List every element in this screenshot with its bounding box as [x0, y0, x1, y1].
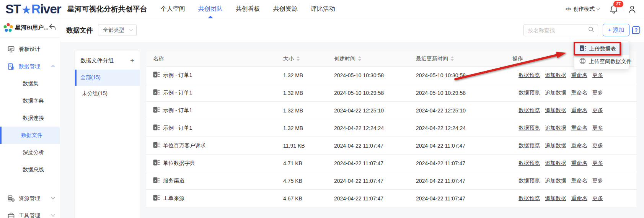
nav-cocreate-board[interactable]: 共创看板 — [229, 0, 267, 18]
table-row[interactable]: x 示例 - 订单1 1.32 MB 2024-05-10 10:30:58 2… — [146, 67, 636, 84]
sidebar-item-data-dictionary[interactable]: 数据字典 — [0, 92, 60, 109]
user-avatar-icon[interactable] — [628, 5, 636, 13]
file-name: 示例 - 订单1 — [163, 125, 192, 132]
action-more[interactable]: 更多 — [592, 195, 603, 202]
created-time: 2024-04-22 11:07:47 — [334, 160, 416, 166]
sidebar-item-resource-management[interactable]: 资源管理 — [0, 190, 60, 207]
platform-title: 星河可视化分析共创平台 — [67, 4, 147, 14]
action-data-preview[interactable]: 数据预览 — [518, 89, 540, 96]
action-append-data[interactable]: 追加数据 — [545, 89, 566, 96]
file-type-filter-select[interactable]: 全部类型 — [98, 24, 137, 36]
action-append-data[interactable]: 追加数据 — [545, 195, 566, 202]
column-header-size[interactable]: 大小 — [283, 55, 334, 62]
group-item-ungrouped[interactable]: 未分组(15) — [75, 86, 140, 102]
back-icon[interactable] — [49, 24, 56, 31]
excel-file-icon: x — [153, 72, 160, 79]
nav-cocreate-team[interactable]: 共创团队 — [192, 0, 229, 18]
groups-panel-title: 数据文件分组 — [80, 57, 130, 64]
action-append-data[interactable]: 追加数据 — [545, 125, 566, 132]
sort-icon[interactable] — [451, 56, 454, 61]
excel-file-icon: x — [153, 142, 160, 149]
action-more[interactable]: 更多 — [592, 89, 603, 96]
action-data-preview[interactable]: 数据预览 — [518, 195, 540, 202]
file-name: 服务渠道 — [163, 177, 184, 184]
action-data-preview[interactable]: 数据预览 — [518, 107, 540, 114]
file-size: 1.32 MB — [283, 90, 334, 96]
excel-table-icon: x — [579, 45, 586, 52]
sort-icon[interactable] — [358, 56, 361, 61]
data-files-table: 名称 大小 创建时间 最近更新时间 操作 — [146, 51, 636, 207]
table-row[interactable]: x 单位数据字典 4.71 KB 2024-04-22 11:07:47 202… — [146, 155, 636, 172]
action-append-data[interactable]: 追加数据 — [545, 107, 566, 114]
action-rename[interactable]: 重命名 — [571, 177, 587, 184]
action-data-preview[interactable]: 数据预览 — [518, 160, 540, 167]
sidebar-item-dataset[interactable]: 数据集 — [0, 75, 60, 92]
sidebar-item-tool-management[interactable]: 工具管理 — [0, 207, 60, 218]
action-rename[interactable]: 重命名 — [571, 89, 587, 96]
action-more[interactable]: 更多 — [592, 125, 603, 132]
tool-management-icon — [8, 212, 15, 218]
action-data-preview[interactable]: 数据预览 — [518, 177, 540, 184]
creation-mode-switch[interactable]: </> 创作模式 — [566, 6, 600, 13]
table-row[interactable]: x 示例 - 订单1 1.32 MB 2024-04-22 12:24:24 2… — [146, 119, 636, 137]
logo-text-r: R — [31, 3, 40, 15]
table-row[interactable]: x 服务渠道 4.75 KB 2024-04-22 11:07:47 2024-… — [146, 172, 636, 190]
chevron-up-icon — [51, 65, 55, 69]
nav-cocreate-resource[interactable]: 共创资源 — [267, 0, 304, 18]
add-button[interactable]: + 添加 — [603, 24, 629, 36]
table-row[interactable]: x 工单来源 4.67 KB 2024-04-22 11:07:47 2024-… — [146, 190, 636, 207]
sidebar-item-data-file[interactable]: 数据文件 — [0, 127, 60, 144]
search-icon[interactable] — [588, 26, 594, 34]
action-append-data[interactable]: 追加数据 — [545, 72, 566, 79]
menu-item-upload-spatial-file[interactable]: 上传空间数据文件 — [574, 55, 629, 68]
sidebar-item-board-design[interactable]: 看板设计 — [0, 41, 60, 58]
created-time: 2024-05-10 10:29:58 — [334, 90, 416, 96]
svg-text:x: x — [154, 143, 156, 147]
table-row[interactable]: x 示例 - 订单1 1.32 MB 2024-05-10 10:29:58 2… — [146, 84, 636, 102]
top-navbar: ST★River 星河可视化分析共创平台 个人空间 共创团队 共创看板 共创资源… — [0, 0, 644, 18]
action-rename[interactable]: 重命名 — [571, 125, 587, 132]
column-header-updated[interactable]: 最近更新时间 — [416, 55, 512, 62]
nav-personal-space[interactable]: 个人空间 — [154, 0, 192, 18]
sidebar-item-data-bus[interactable]: 数据总线 — [0, 161, 60, 178]
sidebar-item-data-management[interactable]: 数据管理 — [0, 58, 60, 75]
nav-review-activity[interactable]: 评比活动 — [304, 0, 342, 18]
action-more[interactable]: 更多 — [592, 72, 603, 79]
group-item-all[interactable]: 全部(15) — [75, 70, 140, 86]
add-group-icon[interactable]: + — [130, 57, 134, 64]
action-rename[interactable]: 重命名 — [571, 142, 587, 149]
notification-bell-icon[interactable]: 27 — [610, 5, 618, 14]
table-row[interactable]: x 单位百万客户诉求 11.91 KB 2024-04-22 11:07:47 … — [146, 137, 636, 155]
action-data-preview[interactable]: 数据预览 — [518, 72, 540, 79]
action-more[interactable]: 更多 — [592, 177, 603, 184]
action-data-preview[interactable]: 数据预览 — [518, 142, 540, 149]
action-data-preview[interactable]: 数据预览 — [518, 125, 540, 132]
menu-item-upload-data-table[interactable]: x 上传数据表 — [574, 42, 629, 55]
updated-time: 2024-04-22 11:07:47 — [416, 178, 512, 184]
updated-time: 2024-05-10 10:29:58 — [416, 90, 512, 96]
action-rename[interactable]: 重命名 — [571, 160, 587, 167]
search-input[interactable] — [528, 27, 588, 33]
action-more[interactable]: 更多 — [592, 160, 603, 167]
action-rename[interactable]: 重命名 — [571, 72, 587, 79]
table-row[interactable]: x 示例 - 订单1 1.32 MB 2024-04-22 12:25:10 2… — [146, 102, 636, 119]
file-name: 示例 - 订单1 — [163, 107, 192, 114]
action-rename[interactable]: 重命名 — [571, 195, 587, 202]
page-header: 数据文件 全部类型 + 添加 ? — [60, 18, 644, 42]
updated-time: 2024-04-22 11:07:47 — [416, 195, 512, 202]
sort-icon[interactable] — [297, 56, 300, 61]
column-header-created[interactable]: 创建时间 — [334, 55, 416, 62]
action-append-data[interactable]: 追加数据 — [545, 177, 566, 184]
action-more[interactable]: 更多 — [592, 107, 603, 114]
action-append-data[interactable]: 追加数据 — [545, 160, 566, 167]
excel-file-icon: x — [153, 195, 160, 202]
add-dropdown-menu: x 上传数据表 上传空间数据文件 — [574, 41, 629, 69]
file-size: 4.71 KB — [283, 160, 334, 166]
help-icon[interactable]: ? — [632, 26, 640, 34]
created-time: 2024-04-22 11:07:47 — [334, 143, 416, 149]
action-more[interactable]: 更多 — [592, 142, 603, 149]
sidebar-item-deep-analysis[interactable]: 深度分析 — [0, 144, 60, 161]
action-rename[interactable]: 重命名 — [571, 107, 587, 114]
action-append-data[interactable]: 追加数据 — [545, 142, 566, 149]
sidebar-item-data-connection[interactable]: 数据连接 — [0, 109, 60, 127]
